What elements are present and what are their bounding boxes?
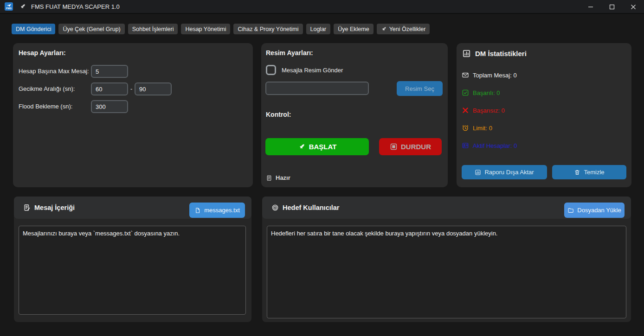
image-settings-panel: Resim Ayarları: Mesajla Resim Gönder Res… [261, 43, 448, 187]
message-content-textarea[interactable]: Mesajlarınızı buraya veya `messages.txt`… [19, 226, 246, 315]
targets-title: Hedef Kullanıcılar [283, 204, 339, 211]
load-from-file-button[interactable]: Dosyadan Yükle [564, 203, 625, 218]
tab-bar: DM Gönderici Üye Çek (Genel Grup) Sohbet… [12, 24, 430, 34]
trash-icon [574, 169, 580, 176]
stat-failed: Başarısız: 0 [462, 107, 505, 114]
message-content-header: Mesaj İçeriği messages.txt [14, 197, 251, 219]
status-line: Hazır [266, 174, 290, 181]
stat-active-text: Aktif Hesaplar: 0 [473, 142, 517, 149]
start-button-label: BAŞLAT [309, 143, 337, 151]
clear-stats-button[interactable]: Temizle [552, 165, 626, 179]
stats-header: DM İstatistikleri [462, 49, 527, 58]
max-message-label: Hesap Başına Max Mesaj: [19, 68, 89, 75]
send-image-checkbox[interactable] [266, 65, 276, 75]
image-path-input[interactable] [265, 82, 369, 95]
window-title: FMS FUAT MEDYA SCAPER 1.0 [31, 3, 120, 10]
messages-file-label: messages.txt [204, 207, 240, 214]
tab-label: Yeni Özellikler [389, 26, 426, 32]
check-square-icon [462, 89, 469, 96]
image-settings-title: Resim Ayarları: [266, 49, 313, 57]
close-icon [631, 4, 636, 10]
stat-success: Başarılı: 0 [462, 89, 500, 96]
bar-chart-icon [462, 49, 471, 58]
tab-label: Cihaz & Proxy Yönetimi [238, 26, 298, 32]
app-badge-text: FMS [6, 7, 12, 10]
close-button[interactable] [623, 0, 644, 14]
titlebar: FMS FMS FUAT MEDYA SCAPER 1.0 [0, 0, 644, 14]
tab-uye-ekleme[interactable]: Üye Ekleme [334, 24, 373, 34]
export-report-button[interactable]: Raporu Dışa Aktar [462, 165, 547, 179]
targets-textarea[interactable]: Hedefleri her satıra bir tane olacak şek… [267, 226, 626, 318]
status-text: Hazır [276, 174, 290, 181]
delay-range-label: Gecikme Aralığı (sn): [19, 85, 75, 92]
clipboard-icon [266, 175, 272, 181]
select-image-label: Resim Seç [405, 85, 434, 92]
message-content-title: Mesaj İçeriği [34, 204, 75, 211]
select-image-button[interactable]: Resim Seç [397, 81, 443, 96]
stop-icon [390, 143, 398, 151]
tab-loglar[interactable]: Loglar [306, 24, 331, 34]
window-controls [580, 0, 644, 14]
account-settings-title: Hesap Ayarları: [19, 49, 66, 57]
tab-label: Üye Çek (Genel Grup) [63, 26, 120, 32]
maximize-icon [609, 4, 615, 10]
tab-label: Loglar [310, 26, 327, 32]
tab-label: DM Gönderici [16, 26, 51, 32]
folder-icon [567, 207, 574, 214]
tab-label: Sohbet İşlemleri [132, 26, 174, 32]
tab-dm-gonderici[interactable]: DM Gönderici [12, 24, 55, 34]
targets-header: Hedef Kullanıcılar Dosyadan Yükle [262, 197, 631, 219]
messages-file-button[interactable]: messages.txt [189, 203, 245, 218]
alarm-clock-icon [462, 124, 469, 132]
rocket-icon [381, 26, 387, 32]
tab-uye-cek[interactable]: Üye Çek (Genel Grup) [58, 24, 124, 34]
max-message-input[interactable] [91, 65, 128, 78]
minimize-button[interactable] [580, 0, 601, 14]
tab-sohbet-islemleri[interactable]: Sohbet İşlemleri [128, 24, 178, 34]
rocket-icon [19, 3, 26, 10]
flood-wait-label: Flood Bekleme (sn): [19, 103, 72, 110]
start-button[interactable]: BAŞLAT [265, 138, 369, 155]
rocket-icon [298, 143, 306, 151]
stat-total: Toplam Mesaj: 0 [462, 71, 517, 79]
stat-success-text: Başarılı: 0 [473, 89, 500, 96]
targets-card: Hedef Kullanıcılar Dosyadan Yükle Hedefl… [262, 197, 631, 322]
page-icon [194, 207, 201, 214]
delay-max-input[interactable] [135, 82, 172, 95]
tab-cihaz-proxy[interactable]: Cihaz & Proxy Yönetimi [233, 24, 303, 34]
tab-label: Üye Ekleme [338, 26, 369, 32]
stats-title: DM İstatistikleri [475, 50, 527, 57]
app-icon: FMS [5, 2, 13, 11]
export-report-label: Raporu Dışa Aktar [484, 169, 534, 176]
document-edit-icon [23, 204, 31, 211]
stat-failed-text: Başarısız: 0 [473, 107, 505, 114]
stop-button[interactable]: DURDUR [379, 138, 442, 155]
bar-chart-icon [475, 169, 481, 176]
id-card-icon [462, 142, 469, 149]
load-from-file-label: Dosyadan Yükle [577, 207, 621, 214]
x-mark-icon [462, 107, 469, 114]
stat-active: Aktif Hesaplar: 0 [462, 142, 517, 149]
stat-limit: Limit: 0 [462, 124, 492, 132]
clear-stats-label: Temizle [584, 169, 604, 176]
minimize-icon [588, 4, 593, 10]
send-image-label: Mesajla Resim Gönder [282, 67, 343, 74]
account-settings-panel: Hesap Ayarları: Hesap Başına Max Mesaj: … [13, 43, 253, 187]
tab-yeni-ozellikler[interactable]: Yeni Özellikler [377, 24, 430, 34]
message-content-card: Mesaj İçeriği messages.txt Mesajlarınızı… [14, 197, 251, 322]
stat-total-text: Toplam Mesaj: 0 [473, 72, 517, 79]
stats-panel: DM İstatistikleri Toplam Mesaj: 0 Başarı… [457, 43, 631, 187]
stop-button-label: DURDUR [401, 143, 431, 151]
maximize-button[interactable] [601, 0, 623, 14]
delay-min-input[interactable] [91, 82, 128, 95]
stat-limit-text: Limit: 0 [473, 125, 492, 132]
app-window: FMS FMS FUAT MEDYA SCAPER 1.0 DM Gönderi… [0, 0, 644, 336]
flood-wait-input[interactable] [91, 100, 128, 113]
tab-hesap-yonetimi[interactable]: Hesap Yönetimi [181, 24, 230, 34]
tab-label: Hesap Yönetimi [185, 26, 226, 32]
target-icon [271, 204, 279, 211]
control-title: Kontrol: [266, 111, 291, 118]
envelope-icon [462, 71, 469, 79]
delay-separator: - [130, 85, 132, 92]
